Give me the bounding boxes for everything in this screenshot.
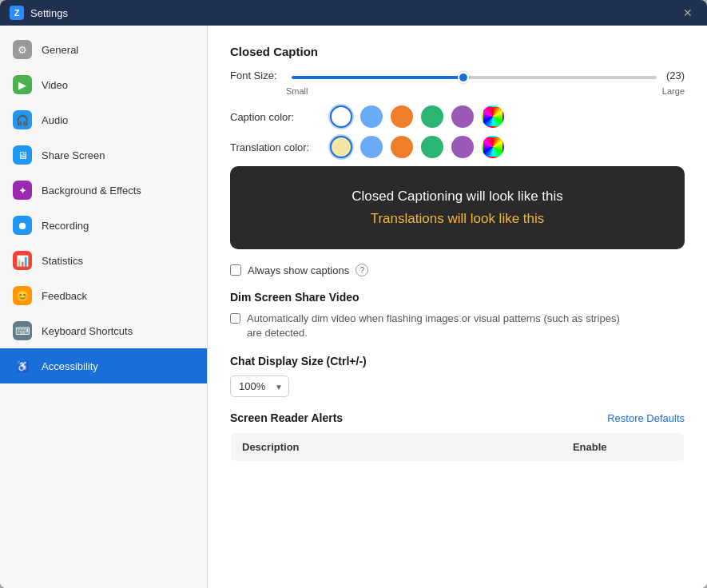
- sharescreen-icon: 🖥: [13, 145, 32, 165]
- screen-reader-table: Description Enable: [230, 432, 685, 462]
- sidebar-item-feedback[interactable]: 😊Feedback: [0, 278, 207, 313]
- caption-color-blue[interactable]: [360, 105, 383, 128]
- sidebar-item-general[interactable]: ⚙General: [0, 32, 207, 67]
- sidebar-label-video: Video: [42, 79, 68, 91]
- content-area: ⚙General▶Video🎧Audio🖥Share Screen✦Backgr…: [0, 26, 707, 588]
- recording-icon: ⏺: [13, 216, 32, 235]
- screen-reader-title: Screen Reader Alerts: [230, 411, 343, 424]
- slider-large-label: Large: [662, 86, 685, 96]
- audio-icon: 🎧: [13, 110, 32, 129]
- sidebar-label-audio: Audio: [42, 114, 68, 126]
- translation-color-row: Translation color:: [230, 136, 685, 158]
- screen-reader-section: Screen Reader Alerts Restore Defaults De…: [230, 411, 685, 462]
- closed-caption-title: Closed Caption: [230, 45, 685, 58]
- caption-color-orange[interactable]: [391, 105, 413, 128]
- sidebar-item-bgeffects[interactable]: ✦Background & Effects: [0, 173, 207, 208]
- sidebar-label-recording: Recording: [42, 220, 89, 232]
- preview-caption-text: Closed Captioning will look like this: [246, 189, 669, 205]
- help-icon[interactable]: ?: [355, 264, 368, 276]
- video-icon: ▶: [13, 75, 32, 94]
- slider-labels: Small Large: [230, 86, 685, 96]
- settings-window: Z Settings ✕ ⚙General▶Video🎧Audio🖥Share …: [0, 0, 707, 588]
- translation-color-label: Translation color:: [230, 141, 322, 153]
- caption-color-row: Caption color:: [230, 105, 685, 128]
- feedback-icon: 😊: [13, 286, 32, 305]
- sidebar-item-keyboard[interactable]: ⌨Keyboard Shortcuts: [0, 313, 207, 348]
- always-show-captions-row: Always show captions ?: [230, 264, 685, 276]
- chat-display-select[interactable]: 75% 100% 125% 150%: [230, 375, 289, 397]
- screen-reader-header: Screen Reader Alerts Restore Defaults: [230, 411, 685, 424]
- translation-color-yellow[interactable]: [330, 136, 352, 158]
- statistics-icon: 📊: [13, 251, 32, 270]
- sidebar: ⚙General▶Video🎧Audio🖥Share Screen✦Backgr…: [0, 26, 208, 588]
- preview-translation-text: Translations will look like this: [246, 211, 669, 227]
- bgeffects-icon: ✦: [13, 181, 32, 200]
- chat-display-select-wrapper: 75% 100% 125% 150% ▼: [230, 375, 289, 397]
- font-size-row: Font Size: (23): [230, 70, 685, 81]
- sidebar-label-general: General: [42, 44, 78, 56]
- sidebar-label-feedback: Feedback: [42, 290, 87, 302]
- restore-defaults-link[interactable]: Restore Defaults: [607, 412, 685, 424]
- slider-small-label: Small: [286, 86, 308, 96]
- caption-preview-box: Closed Captioning will look like this Tr…: [230, 166, 685, 249]
- font-size-slider-container: [292, 70, 657, 81]
- caption-color-white[interactable]: [330, 105, 352, 128]
- font-size-slider[interactable]: [292, 76, 657, 79]
- sidebar-label-accessibility: Accessibility: [42, 360, 98, 372]
- sidebar-item-accessibility[interactable]: ♿Accessibility: [0, 348, 207, 383]
- sidebar-item-video[interactable]: ▶Video: [0, 67, 207, 102]
- always-show-captions-checkbox[interactable]: [230, 264, 241, 276]
- app-icon: Z: [10, 6, 24, 20]
- table-header-row: Description Enable: [231, 433, 685, 462]
- dim-screen-section: Dim Screen Share Video Automatically dim…: [230, 291, 685, 340]
- chat-display-title: Chat Display Size (Ctrl+/-): [230, 355, 685, 368]
- always-show-captions-label: Always show captions: [248, 264, 349, 276]
- sidebar-item-recording[interactable]: ⏺Recording: [0, 208, 207, 243]
- font-size-value: (23): [666, 70, 685, 81]
- font-size-label: Font Size:: [230, 70, 282, 81]
- sidebar-label-statistics: Statistics: [42, 255, 83, 267]
- window-title: Settings: [30, 7, 678, 19]
- translation-color-blue[interactable]: [360, 136, 383, 158]
- caption-color-purple[interactable]: [451, 105, 474, 128]
- dim-screen-description: Automatically dim video when flashing im…: [247, 312, 630, 340]
- dim-screen-title: Dim Screen Share Video: [230, 291, 685, 304]
- chat-display-section: Chat Display Size (Ctrl+/-) 75% 100% 125…: [230, 355, 685, 397]
- main-panel: Closed Caption Font Size: (23) Small Lar…: [208, 26, 707, 588]
- accessibility-icon: ♿: [13, 356, 32, 375]
- keyboard-icon: ⌨: [13, 321, 32, 340]
- dim-screen-row: Automatically dim video when flashing im…: [230, 312, 685, 340]
- table-header-description: Description: [231, 433, 496, 462]
- translation-color-rainbow[interactable]: [482, 136, 504, 158]
- table-header-enable: Enable: [495, 433, 684, 462]
- sidebar-label-keyboard: Keyboard Shortcuts: [42, 325, 133, 337]
- translation-color-purple[interactable]: [451, 136, 474, 158]
- sidebar-item-statistics[interactable]: 📊Statistics: [0, 243, 207, 278]
- sidebar-item-audio[interactable]: 🎧Audio: [0, 102, 207, 137]
- caption-color-rainbow[interactable]: [482, 105, 504, 128]
- sidebar-label-bgeffects: Background & Effects: [42, 185, 141, 197]
- dim-screen-checkbox[interactable]: [230, 313, 240, 324]
- caption-color-green[interactable]: [421, 105, 443, 128]
- translation-color-green[interactable]: [421, 136, 443, 158]
- close-button[interactable]: ✕: [678, 3, 697, 22]
- sidebar-item-sharescreen[interactable]: 🖥Share Screen: [0, 137, 207, 173]
- translation-color-orange[interactable]: [391, 136, 413, 158]
- sidebar-label-sharescreen: Share Screen: [42, 149, 105, 161]
- caption-color-label: Caption color:: [230, 111, 322, 123]
- general-icon: ⚙: [13, 40, 32, 59]
- titlebar: Z Settings ✕: [0, 0, 707, 26]
